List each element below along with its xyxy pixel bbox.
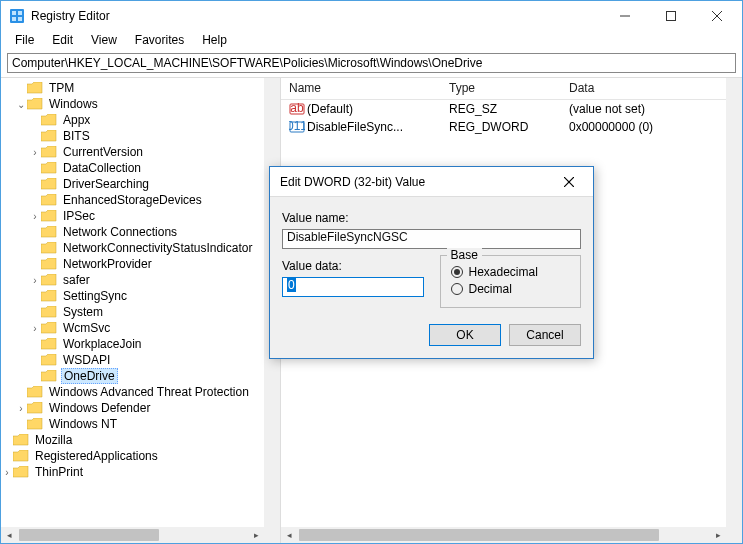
- list-hscroll[interactable]: ◂ ▸: [281, 527, 726, 543]
- tree-label: DataCollection: [61, 161, 143, 175]
- maximize-button[interactable]: [648, 1, 694, 31]
- tree-caret-icon[interactable]: ›: [15, 403, 27, 414]
- tree-item[interactable]: Appx: [1, 112, 264, 128]
- tree-hscroll[interactable]: ◂ ▸: [1, 527, 264, 543]
- tree-label: ThinPrint: [33, 465, 85, 479]
- list-row[interactable]: 011DisableFileSync...REG_DWORD0x00000000…: [281, 118, 726, 136]
- folder-icon: [13, 434, 29, 446]
- scroll-left-icon[interactable]: ◂: [281, 527, 297, 543]
- tree-label: SettingSync: [61, 289, 129, 303]
- menu-edit[interactable]: Edit: [44, 31, 81, 51]
- tree-caret-icon[interactable]: ›: [29, 275, 41, 286]
- list-vscroll[interactable]: [726, 78, 742, 527]
- tree-item[interactable]: ›CurrentVersion: [1, 144, 264, 160]
- list-row[interactable]: ab(Default)REG_SZ(value not set): [281, 100, 726, 118]
- registry-editor-window: Registry Editor File Edit View Favorites…: [0, 0, 743, 544]
- tree-label: DriverSearching: [61, 177, 151, 191]
- tree-label: OneDrive: [61, 368, 118, 384]
- cancel-button[interactable]: Cancel: [509, 324, 581, 346]
- radio-hexadecimal[interactable]: Hexadecimal: [451, 265, 571, 279]
- folder-icon: [41, 274, 57, 286]
- folder-icon: [27, 402, 43, 414]
- tree-item[interactable]: Mozilla: [1, 432, 264, 448]
- tree-item[interactable]: Windows Advanced Threat Protection: [1, 384, 264, 400]
- tree-item[interactable]: EnhancedStorageDevices: [1, 192, 264, 208]
- cell-type: REG_SZ: [441, 102, 561, 116]
- menu-view[interactable]: View: [83, 31, 125, 51]
- folder-icon: [41, 114, 57, 126]
- cell-name: DisableFileSync...: [307, 120, 403, 134]
- scroll-left-icon[interactable]: ◂: [1, 527, 17, 543]
- tree-item[interactable]: SettingSync: [1, 288, 264, 304]
- folder-icon: [41, 194, 57, 206]
- dialog-titlebar: Edit DWORD (32-bit) Value: [270, 167, 593, 197]
- folder-icon: [41, 130, 57, 142]
- svg-text:ab: ab: [290, 102, 304, 115]
- col-header-type[interactable]: Type: [441, 78, 561, 99]
- menu-file[interactable]: File: [7, 31, 42, 51]
- tree-item[interactable]: Windows NT: [1, 416, 264, 432]
- folder-icon: [41, 306, 57, 318]
- address-bar[interactable]: Computer\HKEY_LOCAL_MACHINE\SOFTWARE\Pol…: [7, 53, 736, 73]
- tree-caret-icon[interactable]: ›: [29, 147, 41, 158]
- tree-item[interactable]: ›Windows Defender: [1, 400, 264, 416]
- tree-item[interactable]: TPM: [1, 80, 264, 96]
- tree-item[interactable]: RegisteredApplications: [1, 448, 264, 464]
- scroll-right-icon[interactable]: ▸: [248, 527, 264, 543]
- cell-data: (value not set): [561, 102, 701, 116]
- close-button[interactable]: [694, 1, 740, 31]
- scroll-right-icon[interactable]: ▸: [710, 527, 726, 543]
- folder-icon: [41, 242, 57, 254]
- tree-item[interactable]: ⌄Windows: [1, 96, 264, 112]
- tree-caret-icon[interactable]: ›: [1, 467, 13, 478]
- tree-label: Windows: [47, 97, 100, 111]
- svg-rect-4: [18, 17, 22, 21]
- tree-item[interactable]: NetworkProvider: [1, 256, 264, 272]
- col-header-name[interactable]: Name: [281, 78, 441, 99]
- window-title: Registry Editor: [31, 9, 602, 23]
- tree-caret-icon[interactable]: ⌄: [15, 99, 27, 110]
- tree-caret-icon[interactable]: ›: [29, 323, 41, 334]
- cell-data: 0x00000000 (0): [561, 120, 701, 134]
- tree-item[interactable]: BITS: [1, 128, 264, 144]
- folder-icon: [41, 178, 57, 190]
- folder-icon: [13, 466, 29, 478]
- folder-icon: [27, 98, 43, 110]
- tree-item[interactable]: NetworkConnectivityStatusIndicator: [1, 240, 264, 256]
- tree-label: BITS: [61, 129, 92, 143]
- tree-item[interactable]: DriverSearching: [1, 176, 264, 192]
- tree-item[interactable]: WSDAPI: [1, 352, 264, 368]
- regedit-icon: [9, 8, 25, 24]
- svg-text:011: 011: [289, 120, 305, 133]
- value-data-input[interactable]: 0: [282, 277, 424, 297]
- radio-icon: [451, 283, 463, 295]
- radio-decimal[interactable]: Decimal: [451, 282, 571, 296]
- menu-help[interactable]: Help: [194, 31, 235, 51]
- tree-label: safer: [61, 273, 92, 287]
- folder-icon: [41, 354, 57, 366]
- tree-item[interactable]: ›ThinPrint: [1, 464, 264, 480]
- tree-label: NetworkProvider: [61, 257, 154, 271]
- tree-label: Mozilla: [33, 433, 74, 447]
- menu-favorites[interactable]: Favorites: [127, 31, 192, 51]
- tree[interactable]: TPM⌄WindowsAppxBITS›CurrentVersionDataCo…: [1, 78, 264, 527]
- tree-pane: TPM⌄WindowsAppxBITS›CurrentVersionDataCo…: [1, 78, 281, 543]
- list-header: Name Type Data: [281, 78, 742, 100]
- tree-item[interactable]: DataCollection: [1, 160, 264, 176]
- col-header-data[interactable]: Data: [561, 78, 701, 99]
- tree-item[interactable]: WorkplaceJoin: [1, 336, 264, 352]
- dialog-close-button[interactable]: [549, 169, 589, 195]
- tree-item[interactable]: System: [1, 304, 264, 320]
- tree-item[interactable]: ›WcmSvc: [1, 320, 264, 336]
- svg-rect-1: [12, 11, 16, 15]
- tree-caret-icon[interactable]: ›: [29, 211, 41, 222]
- tree-item[interactable]: ›safer: [1, 272, 264, 288]
- ok-button[interactable]: OK: [429, 324, 501, 346]
- value-name-input[interactable]: DisableFileSyncNGSC: [282, 229, 581, 249]
- tree-item[interactable]: ›IPSec: [1, 208, 264, 224]
- folder-icon: [41, 226, 57, 238]
- minimize-button[interactable]: [602, 1, 648, 31]
- folder-icon: [41, 322, 57, 334]
- tree-item[interactable]: OneDrive: [1, 368, 264, 384]
- tree-item[interactable]: Network Connections: [1, 224, 264, 240]
